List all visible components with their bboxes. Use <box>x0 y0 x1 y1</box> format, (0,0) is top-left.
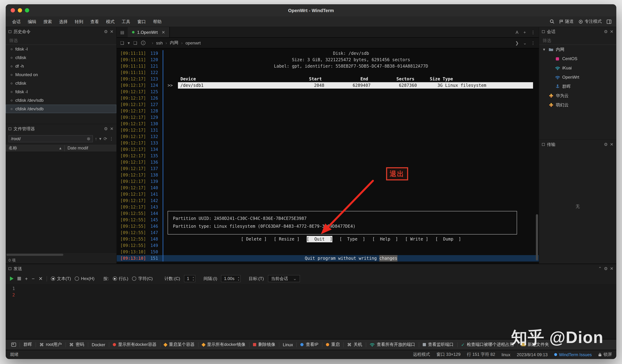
minimize-window-button[interactable] <box>18 8 22 12</box>
split-pane-icon[interactable]: ❏ <box>120 40 124 45</box>
quick-button-Linux[interactable]: Linux <box>279 342 297 347</box>
quick-button-console[interactable] <box>8 343 19 346</box>
quick-button-删除镜像[interactable]: 删除镜像 <box>250 342 279 348</box>
quick-button-查看IP[interactable]: 查看IP <box>297 342 322 348</box>
quick-button-群晖[interactable]: 群晖 <box>20 342 36 348</box>
session-item-CentOS[interactable]: CentOS <box>539 54 616 63</box>
menu-item-工具[interactable]: 工具 <box>118 16 134 27</box>
radio-by-char[interactable]: 字符(C) <box>132 276 153 282</box>
sessions-filter-input[interactable]: 筛选 <box>539 36 616 45</box>
chevron-down-icon[interactable]: ▾ <box>99 137 101 141</box>
history-item[interactable]: cfdisk <box>6 79 116 88</box>
gear-icon[interactable]: ⚙ <box>604 267 608 271</box>
quick-button-显示所有docker镜像[interactable]: 显示所有docker镜像 <box>198 342 249 348</box>
cfdisk-button-Dump[interactable]: [ Dump ] <box>435 236 461 242</box>
gear-icon[interactable]: ⚙ <box>604 30 608 34</box>
tab-list-icon[interactable]: ▤ <box>117 30 128 35</box>
quick-button-密码[interactable]: 密码 <box>66 342 88 348</box>
radio-text-mode[interactable]: 文本(T) <box>51 276 71 282</box>
windterm-issues-link[interactable]: WindTerm Issues <box>554 352 592 357</box>
cfdisk-button-Quit[interactable]: [ Quit ] <box>307 236 332 242</box>
quick-button-检查端口被哪个进程占用[interactable]: ✓检查端口被哪个进程占用 <box>458 342 517 348</box>
lock-screen-button[interactable]: 锁屏 <box>598 352 612 358</box>
os-type[interactable]: linux <box>502 352 510 357</box>
menu-item-转到[interactable]: 转到 <box>71 16 87 27</box>
send-stop-button[interactable] <box>18 277 21 280</box>
focus-mode-button[interactable]: 专注模式 <box>579 19 602 24</box>
up-directory-icon[interactable]: ↑ <box>95 137 97 141</box>
info-icon[interactable] <box>141 40 145 45</box>
pane-icon[interactable]: ❏ <box>134 40 137 45</box>
breadcrumb-内网[interactable]: 内网 <box>170 40 178 46</box>
interval-stepper[interactable]: 1.00s <box>221 275 241 282</box>
cfdisk-button-Help[interactable]: [ Help ] <box>372 236 398 242</box>
tab-openwrt[interactable]: 1.OpenWrt ✕ <box>128 27 170 37</box>
menu-item-帮助[interactable]: 帮助 <box>149 16 165 27</box>
radio-hex-mode[interactable]: Hex(H) <box>75 276 95 281</box>
menu-item-搜索[interactable]: 搜索 <box>40 16 56 27</box>
tab-close-icon[interactable]: ✕ <box>162 30 165 35</box>
close-icon[interactable]: ✕ <box>110 30 114 34</box>
history-item[interactable]: cfdisk /dev/sdb <box>6 96 116 105</box>
terminal-scrollbar-thumb[interactable] <box>536 214 538 260</box>
window-size[interactable]: 窗口 33×129 <box>436 352 460 358</box>
quick-button-root用户[interactable]: root用户 <box>36 342 65 348</box>
quick-button-Docker[interactable]: Docker <box>88 342 109 347</box>
file-list-empty[interactable] <box>6 152 116 253</box>
session-item-OpenWrt[interactable]: OpenWrt <box>539 73 616 82</box>
session-item-内网[interactable]: ▾内网 <box>539 45 616 54</box>
menu-item-选择[interactable]: 选择 <box>56 16 71 27</box>
history-item[interactable]: cfdisk /dev/sdb <box>6 105 116 113</box>
close-window-button[interactable] <box>11 8 15 12</box>
close-icon[interactable]: ✕ <box>110 127 114 131</box>
session-item-iKuai[interactable]: iKuai <box>539 63 616 73</box>
collapse-icon[interactable]: ⌃ <box>598 267 602 271</box>
close-icon[interactable]: ✕ <box>610 142 613 147</box>
new-tab-button[interactable]: + <box>524 30 526 35</box>
selected-partition-row[interactable]: /dev/sdb1 2048 6289407 6287360 3G Linux … <box>178 82 533 89</box>
history-item[interactable]: df -h <box>6 62 116 70</box>
chevron-down-icon[interactable]: ⌄ <box>523 40 527 45</box>
gear-icon[interactable]: ⚙ <box>104 30 108 34</box>
menu-item-会话[interactable]: 会话 <box>9 16 24 27</box>
quick-button-新建文件夹[interactable]: 新建文件夹 <box>518 342 553 348</box>
menu-item-查看[interactable]: 查看 <box>87 16 102 27</box>
menu-item-窗口[interactable]: 窗口 <box>134 16 149 27</box>
quick-button-显示所有docker容器[interactable]: 显示所有docker容器 <box>109 342 160 348</box>
session-item-华为云[interactable]: 华为云 <box>539 91 616 100</box>
appearance-button[interactable]: A <box>516 30 518 35</box>
clear-lines-button[interactable]: ✕ <box>39 276 43 281</box>
quick-button-关机[interactable]: 关机 <box>344 342 366 348</box>
session-item-群晖[interactable]: 群晖 <box>539 82 616 91</box>
terminal-screen[interactable]: [09:11:11]119Disk: /dev/sdb[09:11:11]120… <box>117 48 539 264</box>
close-icon[interactable]: ✕ <box>610 267 613 271</box>
clear-icon[interactable]: ⊗ <box>87 137 90 141</box>
refresh-icon[interactable]: ⟳ <box>104 137 107 141</box>
remove-line-button[interactable]: − <box>32 276 35 281</box>
layout-icon[interactable] <box>607 19 611 24</box>
history-item[interactable]: cfdisk <box>6 53 116 62</box>
send-editor[interactable]: 1 2 <box>6 284 616 339</box>
tunnel-button[interactable]: 隧道 <box>559 19 574 24</box>
session-item-萌幻云[interactable]: 萌幻云 <box>539 100 616 110</box>
breadcrumb-ssh[interactable]: ssh <box>156 40 163 45</box>
menu-item-模式[interactable]: 模式 <box>102 16 118 27</box>
gear-icon[interactable]: ⚙ <box>604 142 608 147</box>
split-caret-icon[interactable]: ▾ <box>128 40 130 45</box>
menu-item-编辑[interactable]: 编辑 <box>24 16 40 27</box>
history-item[interactable]: fdisk -l <box>6 88 116 96</box>
zoom-window-button[interactable] <box>25 8 29 12</box>
history-filter-input[interactable]: 筛选 <box>6 36 116 45</box>
more-icon[interactable]: ⋮ <box>531 40 535 45</box>
horizontal-scrollbar[interactable] <box>6 253 116 257</box>
history-item[interactable]: fdisk -l <box>6 45 116 53</box>
radio-by-line[interactable]: 行(L) <box>113 276 128 282</box>
cfdisk-button-Write[interactable]: [ Write ] <box>405 236 428 242</box>
cfdisk-button-Type[interactable]: [ Type ] <box>339 236 365 242</box>
more-icon[interactable]: ⋮ <box>109 137 114 141</box>
target-select[interactable]: 当前会话 ⌄ <box>268 275 300 282</box>
tab-more-icon[interactable]: ⋮ <box>531 30 535 35</box>
send-play-button[interactable] <box>10 276 14 281</box>
cursor-position[interactable]: 行 151 字符 82 <box>467 352 495 358</box>
remote-mode[interactable]: 远程模式 <box>413 352 430 358</box>
